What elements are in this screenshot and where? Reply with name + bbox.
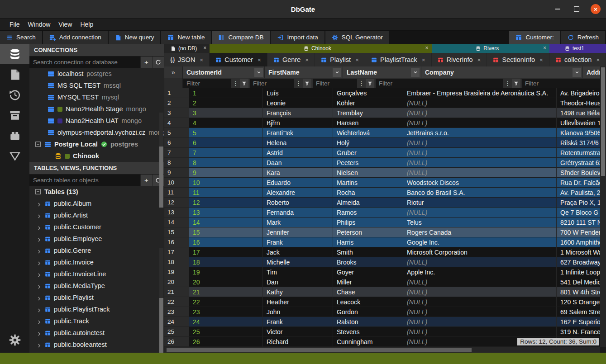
row-number[interactable]: 15 (164, 227, 189, 237)
toolbar-search-button[interactable]: Search (0, 31, 42, 44)
grid-cell[interactable]: 20 (189, 277, 263, 287)
grid-cell[interactable]: Philips (333, 217, 403, 227)
grid-cell[interactable]: 14 (189, 217, 263, 227)
grid-cell[interactable]: 5 (189, 128, 263, 138)
connection-item[interactable]: Postgre Localpostgres (29, 138, 164, 150)
column-header-customerid[interactable]: CustomerId (183, 66, 265, 78)
grid-cell[interactable]: 162 E Superior Street (557, 317, 606, 327)
grid-cell[interactable]: 6 (189, 138, 263, 148)
grid-cell[interactable]: (NULL) (403, 168, 557, 178)
rail-archive-button[interactable] (0, 105, 29, 125)
grid-cell[interactable]: 25 (189, 327, 263, 337)
rail-database-button[interactable] (0, 44, 29, 64)
tables-scrollbar[interactable] (159, 248, 163, 353)
grid-cell[interactable]: 1 Microsoft Way (557, 247, 606, 257)
filter-funnel-button[interactable] (303, 79, 311, 88)
grid-cell[interactable]: Alexandre (263, 188, 333, 198)
collapse-expander-icon[interactable] (35, 189, 41, 195)
table-item[interactable]: public.MediaType (29, 280, 164, 292)
connection-item[interactable]: olympus-medportal.vychozi.czmongo (29, 127, 164, 138)
menu-view[interactable]: View (54, 20, 76, 28)
grid-cell[interactable]: 16 (189, 237, 263, 247)
row-number[interactable]: 9 (164, 168, 189, 178)
grid-cell[interactable]: Köhler (333, 98, 403, 108)
tab-customer[interactable]: Customer× (210, 53, 267, 66)
grid-cell[interactable]: 11 (189, 188, 263, 198)
tab-genre[interactable]: Genre× (267, 53, 315, 66)
add-connection-small-button[interactable]: + (141, 57, 152, 68)
grid-cell[interactable]: 120 S Orange Ave (557, 297, 606, 307)
row-number[interactable]: 25 (164, 327, 189, 337)
connection-item[interactable]: Nano2Health Stagemongo (29, 103, 164, 115)
table-item[interactable]: public.Genre (29, 245, 164, 256)
grid-cell[interactable]: Brooks (333, 257, 403, 267)
tab-json[interactable]: {.}JSON× (164, 53, 209, 66)
filter-input[interactable]: Filter (522, 79, 606, 88)
grid-cell[interactable]: (NULL) (403, 297, 557, 307)
grid-cell[interactable]: Woodstock Discos (403, 178, 557, 188)
grid-cell[interactable]: 21 (189, 287, 263, 297)
grid-cell[interactable]: (NULL) (403, 307, 557, 317)
row-number[interactable]: 22 (164, 297, 189, 307)
grid-cell[interactable]: 700 W Pender Street (557, 227, 606, 237)
grid-cell[interactable]: Peeters (333, 158, 403, 168)
tab-riverinfo[interactable]: RiverInfo× (432, 53, 487, 66)
row-number[interactable]: 1 (164, 88, 189, 98)
toolbar-customer--button[interactable]: Customer: (509, 31, 560, 44)
row-number[interactable]: 10 (164, 178, 189, 188)
grid-cell[interactable]: Apple Inc. (403, 267, 557, 277)
row-number[interactable]: 6 (164, 138, 189, 148)
grid-cell[interactable]: Michelle (263, 257, 333, 267)
grid-cell[interactable]: Kathy (263, 287, 333, 297)
filter-funnel-button[interactable] (512, 79, 520, 88)
tabgroup-header[interactable]: Chinook× (210, 44, 431, 53)
grid-cell[interactable]: 26 (189, 337, 263, 347)
grid-cell[interactable]: (NULL) (403, 108, 557, 118)
grid-cell[interactable]: Banco do Brasil S.A. (403, 188, 557, 198)
grid-corner-cell[interactable]: » (164, 66, 183, 78)
rail-triangle-button[interactable] (0, 146, 29, 166)
close-tab-icon[interactable]: × (200, 57, 203, 63)
grid-cell[interactable]: Gonçalves (333, 88, 403, 98)
grid-cell[interactable]: Astrid (263, 148, 333, 158)
rail-file-button[interactable] (0, 64, 29, 85)
column-header-company[interactable]: Company (421, 66, 583, 78)
column-dropdown-button[interactable] (333, 68, 341, 77)
grid-cell[interactable]: 4 (189, 118, 263, 128)
grid-cell[interactable]: Roberto (263, 198, 333, 208)
grid-cell[interactable]: 3 (189, 108, 263, 118)
filter-input[interactable]: Filter (313, 79, 357, 88)
grid-cell[interactable]: Av. Paulista, 2022 (557, 188, 606, 198)
table-item[interactable]: public.PlaylistTrack (29, 303, 164, 315)
grid-vscroll-thumb[interactable] (601, 67, 605, 176)
grid-cell[interactable]: (NULL) (403, 158, 557, 168)
close-tab-icon[interactable]: × (596, 57, 600, 63)
grid-cell[interactable]: 9 (189, 168, 263, 178)
row-number[interactable]: 19 (164, 267, 189, 277)
grid-cell[interactable]: Fernanda (263, 208, 333, 217)
menu-window[interactable]: Window (24, 20, 55, 28)
row-number[interactable]: 14 (164, 217, 189, 227)
chevron-right-icon[interactable] (37, 272, 42, 277)
grid-cell[interactable]: (NULL) (403, 317, 557, 327)
chevron-right-icon[interactable] (37, 331, 42, 336)
grid-cell[interactable]: (NULL) (403, 287, 557, 297)
toolbar-new-table-button[interactable]: New table (161, 31, 211, 44)
grid-cell[interactable]: 319 N. Frances Street (557, 327, 606, 337)
grid-cell[interactable]: 19 (189, 267, 263, 277)
row-number[interactable]: 18 (164, 257, 189, 267)
grid-cell[interactable]: Gruber (333, 148, 403, 158)
column-header-firstname[interactable]: FirstName (265, 66, 343, 78)
grid-cell[interactable]: (NULL) (403, 277, 557, 287)
chevron-right-icon[interactable] (37, 319, 42, 324)
table-item[interactable]: public.Employee (29, 233, 164, 245)
grid-cell[interactable]: 24 (189, 317, 263, 327)
grid-horizontal-scrollbar[interactable] (164, 347, 600, 353)
connection-item[interactable]: Nano2Health UATmongo (29, 115, 164, 127)
grid-cell[interactable]: Goyer (333, 267, 403, 277)
grid-cell[interactable]: Chase (333, 287, 403, 297)
grid-cell[interactable]: (NULL) (403, 208, 557, 217)
grid-cell[interactable]: Helena (263, 138, 333, 148)
grid-cell[interactable]: 15 (189, 227, 263, 237)
menu-help[interactable]: Help (76, 20, 97, 28)
